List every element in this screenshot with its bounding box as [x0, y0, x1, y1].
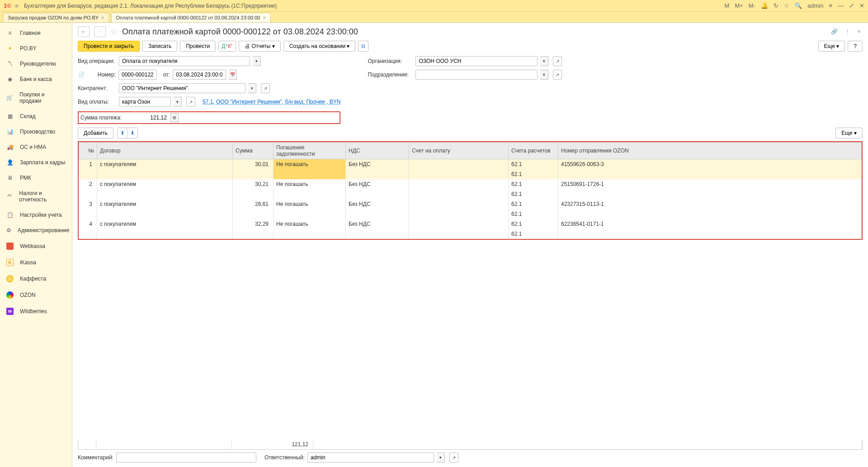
cell-acc[interactable]: 62.1: [509, 199, 558, 209]
sidebar-item[interactable]: 📊Производство: [0, 124, 72, 139]
cell-sum[interactable]: 28,61: [233, 199, 274, 209]
responsible-input[interactable]: [307, 453, 434, 462]
cell-nds[interactable]: Без НДС: [346, 219, 409, 229]
paytype-details-link[interactable]: 57.1, ООО "Интернет Решения", б/н вид: П…: [203, 99, 340, 105]
minimize-icon[interactable]: —: [838, 2, 844, 9]
cell-sum[interactable]: 32,29: [233, 219, 274, 229]
mem-mplus[interactable]: M+: [735, 2, 743, 9]
table-row-sub[interactable]: 62.1: [79, 209, 862, 219]
calculator-icon[interactable]: ⊞: [170, 113, 179, 122]
open-ref-icon[interactable]: ↗: [553, 56, 562, 66]
col-shipment[interactable]: Номер отправления OZON: [558, 143, 862, 159]
cell-pogash[interactable]: Не погашать: [274, 159, 346, 170]
cell-dog[interactable]: с покупателем: [97, 219, 233, 229]
number-input[interactable]: [118, 70, 157, 80]
sidebar-item[interactable]: 🚚ОС и НМА: [0, 139, 72, 155]
cell-ship[interactable]: 41559626-0063-3: [558, 159, 862, 170]
table-row[interactable]: 2с покупателем30,21Не погашатьБез НДС62.…: [79, 179, 862, 189]
close-icon[interactable]: ×: [263, 15, 265, 20]
date-input[interactable]: [173, 70, 226, 80]
post-button[interactable]: Провести: [180, 41, 216, 52]
bell-icon[interactable]: 🔔: [761, 2, 768, 9]
chevron-down-icon[interactable]: ▾: [437, 453, 445, 462]
sidebar-item[interactable]: ▦Склад: [0, 109, 72, 124]
cell-acc[interactable]: 62.1: [509, 159, 558, 170]
tab-ozon-load[interactable]: Загрузка продаж OZON по дням PO.BY ×: [3, 13, 109, 22]
chevron-down-icon[interactable]: ▾: [540, 56, 548, 66]
open-ref-icon[interactable]: ↗: [449, 453, 458, 462]
create-based-button[interactable]: Создать на основании ▾: [283, 41, 356, 52]
add-row-button[interactable]: Добавить: [78, 128, 113, 138]
move-up-button[interactable]: ⬆: [118, 128, 127, 138]
paytype-input[interactable]: [119, 97, 171, 107]
sidebar-item[interactable]: ≡Главное: [0, 25, 72, 41]
chevron-down-icon[interactable]: ▾: [174, 97, 182, 107]
sidebar-item[interactable]: ✦PO.BY: [0, 41, 72, 56]
cell-nds[interactable]: Без НДС: [346, 199, 409, 209]
reports-button[interactable]: 🖨 Отчеты ▾: [239, 41, 280, 52]
sidebar-item[interactable]: 🛒Покупки и продажи: [0, 87, 72, 109]
mem-mminus[interactable]: M-: [749, 2, 755, 9]
comment-input[interactable]: [116, 453, 256, 462]
cell-pogash[interactable]: Не погашать: [274, 199, 346, 209]
cell-schet[interactable]: [409, 199, 509, 209]
tab-payment-card[interactable]: Оплата платежной картой 0000-000122 от 0…: [111, 13, 271, 22]
cell-pogash[interactable]: Не погашать: [274, 219, 346, 229]
more-button[interactable]: Еще ▾: [818, 41, 845, 52]
cell-dog[interactable]: с покупателем: [97, 159, 233, 170]
star-icon[interactable]: ☆: [110, 27, 118, 37]
sidebar-item[interactable]: Каффеста: [0, 271, 72, 287]
cell-ship[interactable]: 42327315-0113-1: [558, 199, 862, 209]
dt-kt-button[interactable]: ДᵀКᵀ: [218, 41, 236, 52]
sidebar-item[interactable]: 🖥РМК: [0, 170, 72, 186]
sidebar-item[interactable]: Webkassa: [0, 238, 72, 254]
chevron-down-icon[interactable]: ▾: [253, 56, 261, 66]
table-row-sub[interactable]: 62.1: [79, 169, 862, 179]
user-name[interactable]: admin: [807, 2, 823, 9]
col-dog[interactable]: Договор: [97, 143, 233, 159]
cell-ship[interactable]: 62236541-0171-1: [558, 219, 862, 229]
cell-sum[interactable]: 30,21: [233, 179, 274, 189]
cell-nds[interactable]: Без НДС: [346, 179, 409, 189]
cell-ship[interactable]: 25150691-1726-1: [558, 179, 862, 189]
sidebar-item[interactable]: ⚙Администрирование: [0, 223, 72, 238]
table-row-sub[interactable]: 62.1: [79, 189, 862, 199]
open-ref-icon[interactable]: ↗: [553, 70, 562, 80]
dept-input[interactable]: [415, 70, 538, 80]
post-and-close-button[interactable]: Провести и закрыть: [78, 41, 140, 52]
cell-schet[interactable]: [409, 179, 509, 189]
calendar-icon[interactable]: 📅: [229, 70, 237, 80]
cell-acc2[interactable]: 62.1: [509, 209, 558, 219]
cell-schet[interactable]: [409, 219, 509, 229]
cell-dog[interactable]: с покупателем: [97, 199, 233, 209]
close-window-icon[interactable]: ✕: [859, 2, 864, 9]
sidebar-item[interactable]: WWildberries: [0, 303, 72, 319]
cell-acc[interactable]: 62.1: [509, 219, 558, 229]
sidebar-item[interactable]: 📋Настройки учета: [0, 207, 72, 223]
mem-m[interactable]: M: [725, 2, 730, 9]
sidebar-item[interactable]: OZON: [0, 287, 72, 303]
close-icon[interactable]: ×: [101, 15, 104, 20]
settings-icon[interactable]: ≡: [829, 2, 832, 9]
structure-button[interactable]: ⧉: [358, 41, 368, 52]
operation-type-input[interactable]: [119, 56, 250, 66]
table-more-button[interactable]: Еще ▾: [835, 128, 863, 138]
col-sum[interactable]: Сумма: [233, 143, 274, 159]
sidebar-item[interactable]: 〽Руководителю: [0, 56, 72, 71]
chevron-down-icon[interactable]: ▾: [540, 70, 548, 80]
sum-input[interactable]: [123, 114, 169, 122]
cell-dog[interactable]: с покупателем: [97, 179, 233, 189]
search-icon[interactable]: 🔍: [795, 2, 802, 9]
cell-acc[interactable]: 62.1: [509, 179, 558, 189]
kebab-icon[interactable]: ⋮: [843, 28, 852, 36]
sidebar-item[interactable]: ◉Банк и касса: [0, 71, 72, 87]
cell-nds[interactable]: Без НДС: [346, 159, 409, 170]
write-button[interactable]: Записать: [142, 41, 177, 52]
cell-schet[interactable]: [409, 159, 509, 170]
link-icon[interactable]: 🔗: [829, 28, 840, 36]
col-nds[interactable]: НДС: [346, 143, 409, 159]
cell-acc2[interactable]: 62.1: [509, 169, 558, 179]
col-accounts[interactable]: Счета расчетов: [509, 143, 558, 159]
org-input[interactable]: [415, 56, 538, 66]
sidebar-item[interactable]: ᴬᴷНалоги и отчетность: [0, 186, 72, 207]
